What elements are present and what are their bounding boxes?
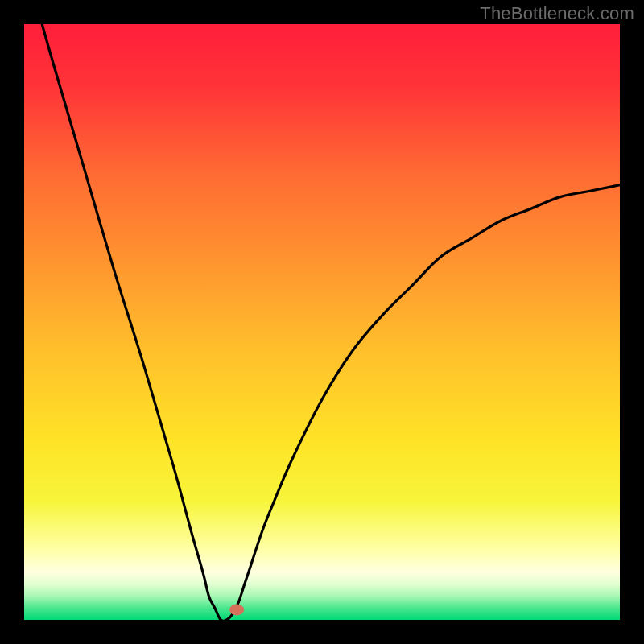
chart-frame: TheBottleneck.com — [0, 0, 644, 644]
optimal-point-marker — [229, 604, 244, 615]
plot-background — [24, 24, 620, 620]
bottleneck-chart — [0, 0, 644, 644]
